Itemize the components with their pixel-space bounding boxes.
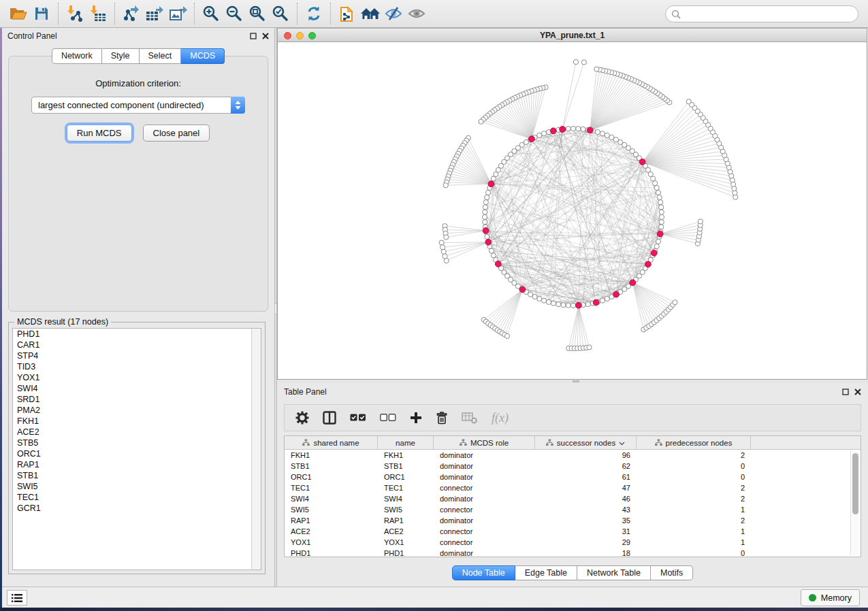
show-graphics-icon[interactable] xyxy=(405,2,428,25)
column-header-successor-nodes[interactable]: successor nodes xyxy=(535,436,637,450)
cell: 1 xyxy=(637,537,751,548)
table-row[interactable]: ACE2ACE2connector311 xyxy=(285,526,861,537)
tab-network-table[interactable]: Network Table xyxy=(577,565,651,580)
result-node[interactable]: SWI5 xyxy=(13,481,261,492)
scrollbar-thumb[interactable] xyxy=(852,453,858,514)
export-network-icon[interactable] xyxy=(120,2,143,25)
tab-mcds[interactable]: MCDS xyxy=(181,48,225,64)
splitter-handle[interactable] xyxy=(573,380,579,382)
tab-style[interactable]: Style xyxy=(102,48,140,64)
network-graph[interactable] xyxy=(278,42,867,379)
cell: TEC1 xyxy=(378,482,434,493)
table-function-icon[interactable] xyxy=(462,412,478,424)
hide-graphics-icon[interactable] xyxy=(382,2,405,25)
refresh-icon[interactable] xyxy=(302,2,325,25)
result-node[interactable]: FKH1 xyxy=(13,416,261,427)
column-header-shared-name[interactable]: shared name xyxy=(285,436,378,450)
criterion-select[interactable]: largest connected component (undirected) xyxy=(31,97,245,114)
table-row[interactable]: SWI5SWI5connector431 xyxy=(285,504,861,515)
run-mcds-button[interactable]: Run MCDS xyxy=(67,125,132,142)
select-all-icon[interactable] xyxy=(350,414,366,422)
float-panel-icon[interactable] xyxy=(250,33,257,39)
close-panel-icon[interactable] xyxy=(854,389,861,395)
result-scrollbar[interactable] xyxy=(251,329,261,569)
result-node[interactable]: GCR1 xyxy=(13,503,261,514)
network-from-file-icon[interactable] xyxy=(336,2,359,25)
cell: TEC1 xyxy=(285,482,378,493)
cell: SWI4 xyxy=(285,493,378,504)
result-node[interactable]: SWI4 xyxy=(13,383,261,394)
desktop-wallpaper-edge xyxy=(0,608,868,611)
table-row[interactable]: YOX1YOX1connector291 xyxy=(285,537,861,548)
table-row[interactable]: STB1STB1dominator620 xyxy=(285,461,861,472)
cell: 1 xyxy=(637,526,751,537)
tab-node-table[interactable]: Node Table xyxy=(452,565,515,580)
cell: 46 xyxy=(535,493,637,504)
mcds-panel: Optimization criterion: largest connecte… xyxy=(8,56,268,312)
result-node[interactable]: STP4 xyxy=(13,350,261,361)
save-icon[interactable] xyxy=(30,2,53,25)
cell: dominator xyxy=(434,472,535,482)
result-node[interactable]: YOX1 xyxy=(13,372,261,383)
open-file-icon[interactable] xyxy=(7,2,30,25)
close-panel-icon[interactable] xyxy=(262,33,269,39)
result-node[interactable]: SRD1 xyxy=(13,394,261,405)
result-node[interactable]: STB1 xyxy=(13,470,261,481)
network-canvas[interactable] xyxy=(277,42,867,380)
zoom-out-icon[interactable] xyxy=(223,2,246,25)
table-row[interactable]: ORC1ORC1dominator610 xyxy=(285,472,861,482)
memory-label: Memory xyxy=(821,593,852,603)
result-node[interactable]: ORC1 xyxy=(13,448,261,459)
columns-icon[interactable] xyxy=(323,411,336,425)
main-toolbar xyxy=(0,0,868,28)
tab-network[interactable]: Network xyxy=(52,48,102,64)
deselect-all-icon[interactable] xyxy=(380,414,396,422)
control-panel-tabs: NetworkStyleSelectMCDS xyxy=(2,48,274,64)
close-panel-button[interactable]: Close panel xyxy=(143,125,210,142)
cell: 2 xyxy=(637,515,751,526)
table-row[interactable]: FKH1FKH1dominator962 xyxy=(285,450,861,461)
column-header-name[interactable]: name xyxy=(378,436,434,450)
result-node[interactable]: TEC1 xyxy=(13,492,261,503)
memory-button[interactable]: Memory xyxy=(801,589,860,606)
home-icon[interactable] xyxy=(359,2,382,25)
cell: dominator xyxy=(434,461,535,472)
task-history-button[interactable] xyxy=(7,590,27,606)
import-table-icon[interactable] xyxy=(86,2,110,25)
cell: SWI5 xyxy=(378,504,434,515)
export-table-icon[interactable] xyxy=(143,2,166,25)
table-row[interactable]: SWI4SWI4dominator462 xyxy=(285,493,861,504)
fx-icon[interactable]: f(x) xyxy=(492,411,509,425)
float-panel-icon[interactable] xyxy=(842,389,849,395)
control-panel: Control Panel NetworkStyleSelectMCDS Opt… xyxy=(2,28,274,587)
zoom-fit-icon[interactable] xyxy=(246,2,269,25)
search-input[interactable] xyxy=(681,10,858,19)
column-header-predecessor-nodes[interactable]: predecessor nodes xyxy=(637,436,751,450)
delete-column-icon[interactable] xyxy=(436,411,448,425)
zoom-selected-icon[interactable] xyxy=(269,2,292,25)
add-column-icon[interactable] xyxy=(410,412,422,424)
search-box[interactable] xyxy=(665,5,858,22)
cell: 29 xyxy=(535,537,637,548)
result-node[interactable]: PHD1 xyxy=(13,329,261,340)
result-node[interactable]: TID3 xyxy=(13,361,261,372)
result-node[interactable]: ACE2 xyxy=(13,427,261,437)
result-node[interactable]: RAP1 xyxy=(13,459,261,470)
gear-icon[interactable] xyxy=(295,411,309,425)
zoom-in-icon[interactable] xyxy=(199,2,223,25)
result-node[interactable]: CAR1 xyxy=(13,340,261,350)
table-row[interactable]: TEC1TEC1connector472 xyxy=(285,482,861,493)
result-node[interactable]: STB5 xyxy=(13,437,261,448)
tab-edge-table[interactable]: Edge Table xyxy=(515,565,577,580)
export-image-icon[interactable] xyxy=(166,2,189,25)
table-row[interactable]: RAP1RAP1dominator352 xyxy=(285,515,861,526)
import-network-icon[interactable] xyxy=(63,2,86,25)
tab-select[interactable]: Select xyxy=(140,48,182,64)
mcds-result-list[interactable]: PHD1CAR1STP4TID3YOX1SWI4SRD1PMA2FKH1ACE2… xyxy=(12,328,261,570)
cell: 47 xyxy=(535,482,637,493)
result-node[interactable]: PMA2 xyxy=(13,405,261,416)
table-row[interactable]: PHD1PHD1dominator180 xyxy=(285,548,861,557)
tab-motifs[interactable]: Motifs xyxy=(651,565,693,580)
table-scrollbar[interactable] xyxy=(850,450,859,555)
column-header-MCDS-role[interactable]: MCDS role xyxy=(434,436,535,450)
